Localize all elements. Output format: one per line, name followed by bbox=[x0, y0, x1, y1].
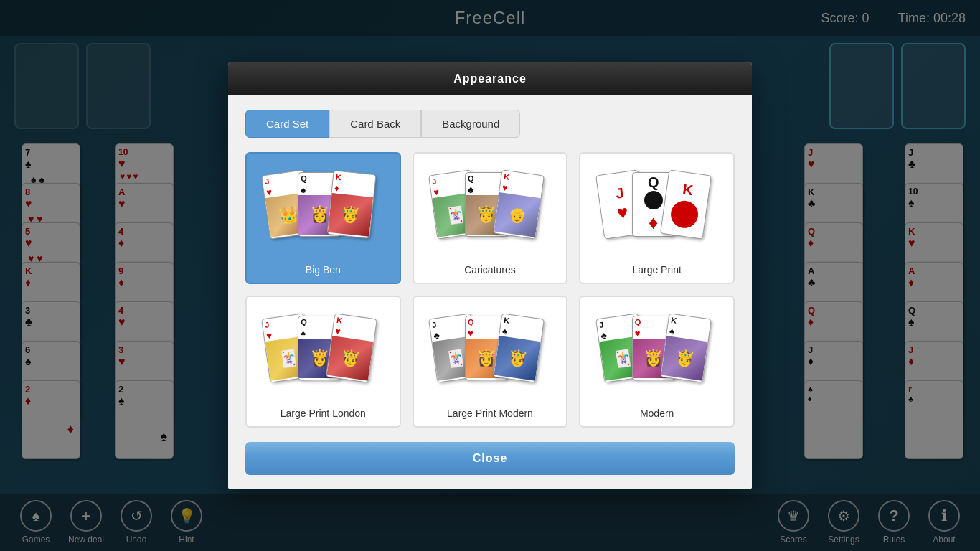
modern-preview: J ♣ 🃏 Q ♥ 👸 K ♠ bbox=[588, 309, 726, 402]
card-option-modern[interactable]: J ♣ 🃏 Q ♥ 👸 K ♠ bbox=[579, 296, 735, 428]
caricatures-label: Caricatures bbox=[464, 264, 516, 276]
modal-body: Card Set Card Back Background J ♥ 👑 bbox=[228, 95, 752, 489]
modal-title: Appearance bbox=[453, 72, 527, 85]
large-print-label: Large Print bbox=[632, 264, 681, 276]
large-print-preview: J ♥ Q ♦ K bbox=[588, 165, 726, 258]
card-option-caricatures[interactable]: J ♥ 🃏 Q ♣ 🤴 K ♥ bbox=[413, 152, 568, 284]
big-ben-preview: J ♥ 👑 Q ♠ 👸 K ♦ bbox=[254, 165, 392, 258]
tab-card-back[interactable]: Card Back bbox=[329, 110, 421, 138]
modal-overlay: Appearance Card Set Card Back Background bbox=[0, 0, 980, 551]
card-option-large-print-london[interactable]: J ♥ 🃏 Q ♠ 👸 K ♥ bbox=[245, 296, 401, 428]
modern-label: Modern bbox=[640, 408, 674, 419]
card-option-big-ben[interactable]: J ♥ 👑 Q ♠ 👸 K ♦ bbox=[245, 152, 401, 284]
big-ben-label: Big Ben bbox=[306, 264, 341, 276]
tab-background[interactable]: Background bbox=[421, 110, 520, 138]
close-button[interactable]: Close bbox=[245, 442, 735, 475]
large-print-london-preview: J ♥ 🃏 Q ♠ 👸 K ♥ bbox=[254, 309, 392, 402]
card-option-large-print-modern[interactable]: J ♣ 🃏 Q ♥ 👸 K ♠ bbox=[413, 296, 568, 428]
large-print-modern-label: Large Print Modern bbox=[447, 408, 533, 419]
card-set-grid: J ♥ 👑 Q ♠ 👸 K ♦ bbox=[245, 152, 735, 428]
tab-bar: Card Set Card Back Background bbox=[245, 110, 735, 138]
large-print-london-label: Large Print London bbox=[281, 408, 366, 419]
modal-header: Appearance bbox=[228, 62, 752, 95]
appearance-modal: Appearance Card Set Card Back Background bbox=[228, 62, 752, 489]
caricatures-preview: J ♥ 🃏 Q ♣ 🤴 K ♥ bbox=[421, 165, 560, 258]
tab-card-set[interactable]: Card Set bbox=[245, 110, 329, 138]
large-print-modern-preview: J ♣ 🃏 Q ♥ 👸 K ♠ bbox=[421, 309, 560, 402]
card-option-large-print[interactable]: J ♥ Q ♦ K bbox=[579, 152, 735, 284]
